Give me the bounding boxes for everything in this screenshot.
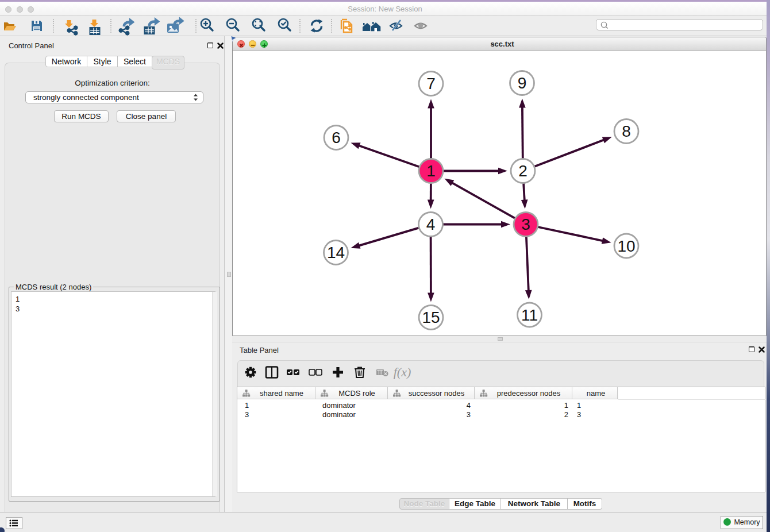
svg-text:14: 14 — [327, 244, 345, 261]
svg-text:f(x): f(x) — [394, 365, 411, 379]
svg-text:9: 9 — [518, 74, 527, 92]
svg-text:10: 10 — [617, 237, 635, 255]
svg-text:3: 3 — [521, 215, 530, 233]
svg-text:1: 1 — [426, 162, 436, 180]
svg-text:15: 15 — [422, 309, 440, 326]
svg-text:4: 4 — [426, 215, 436, 233]
svg-text:8: 8 — [622, 122, 631, 140]
svg-text:11: 11 — [521, 306, 538, 324]
svg-text:6: 6 — [332, 129, 341, 147]
svg-text:2: 2 — [518, 162, 528, 180]
svg-text:7: 7 — [426, 75, 436, 92]
